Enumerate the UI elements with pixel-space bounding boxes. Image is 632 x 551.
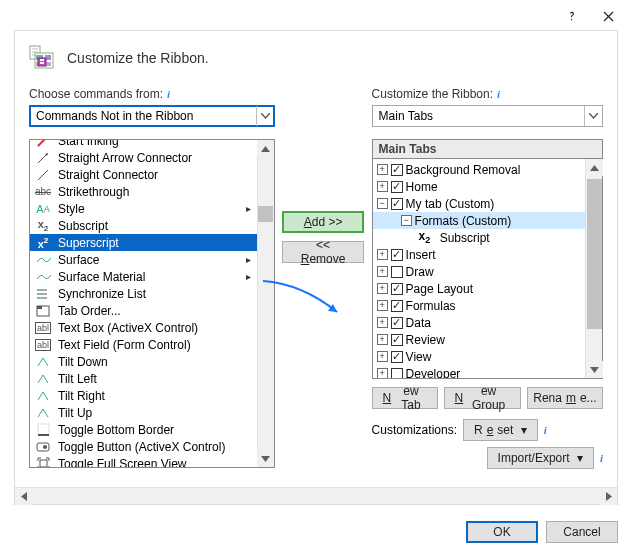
command-label: Start Inking bbox=[58, 140, 257, 148]
command-item[interactable]: Tilt Left bbox=[30, 370, 257, 387]
command-icon bbox=[34, 303, 52, 319]
info-icon[interactable]: i bbox=[167, 88, 170, 100]
command-label: Tilt Left bbox=[58, 372, 257, 386]
dialog-title: Customize the Ribbon. bbox=[67, 50, 209, 66]
svg-rect-12 bbox=[37, 306, 42, 309]
command-item[interactable]: Synchronize List bbox=[30, 285, 257, 302]
ribbon-tree[interactable]: +✓Background Removal +✓Home −✓My tab (Cu… bbox=[372, 158, 603, 379]
horizontal-scrollbar[interactable] bbox=[15, 487, 617, 504]
command-item[interactable]: Straight Arrow Connector bbox=[30, 149, 257, 166]
tree-item-developer[interactable]: +Developer bbox=[373, 365, 585, 378]
customize-ribbon-combo[interactable]: Main Tabs bbox=[372, 105, 603, 127]
tree-item-formulas[interactable]: +✓Formulas bbox=[373, 297, 585, 314]
customizations-label: Customizations: bbox=[372, 423, 457, 437]
command-label: Surface bbox=[58, 253, 240, 267]
import-export-menu-button[interactable]: Import/Export ▾ bbox=[487, 447, 594, 469]
command-label: Text Field (Form Control) bbox=[58, 338, 257, 352]
svg-rect-16 bbox=[40, 460, 47, 467]
command-item[interactable]: Tilt Up bbox=[30, 404, 257, 421]
command-icon bbox=[34, 371, 52, 387]
command-item[interactable]: Tilt Down bbox=[30, 353, 257, 370]
command-item[interactable]: x2Superscript bbox=[30, 234, 257, 251]
command-item[interactable]: Toggle Full Screen View bbox=[30, 455, 257, 467]
command-item[interactable]: Tab Order... bbox=[30, 302, 257, 319]
reset-menu-button[interactable]: Reset ▾ bbox=[463, 419, 538, 441]
scroll-down-icon bbox=[257, 450, 274, 467]
command-item[interactable]: Surface▸ bbox=[30, 251, 257, 268]
command-label: Text Box (ActiveX Control) bbox=[58, 321, 257, 335]
command-icon bbox=[34, 167, 52, 183]
chevron-down-icon bbox=[584, 106, 602, 126]
choose-commands-label: Choose commands from: bbox=[29, 87, 163, 101]
info-icon[interactable]: i bbox=[600, 452, 603, 464]
info-icon[interactable]: i bbox=[497, 88, 500, 100]
remove-button[interactable]: << Remove bbox=[282, 241, 364, 263]
command-icon bbox=[34, 422, 52, 438]
tree-item-data[interactable]: +✓Data bbox=[373, 314, 585, 331]
tree-item-formats[interactable]: −Formats (Custom) bbox=[373, 212, 585, 229]
scrollbar[interactable] bbox=[257, 140, 274, 467]
svg-point-10 bbox=[37, 297, 39, 299]
command-item[interactable]: ablText Field (Form Control) bbox=[30, 336, 257, 353]
scrollbar[interactable] bbox=[585, 159, 602, 378]
command-label: Strikethrough bbox=[58, 185, 257, 199]
ok-button[interactable]: OK bbox=[466, 521, 538, 543]
help-button[interactable] bbox=[554, 4, 590, 28]
command-item[interactable]: x2Subscript bbox=[30, 217, 257, 234]
command-icon bbox=[34, 456, 52, 468]
command-item[interactable]: Toggle Button (ActiveX Control) bbox=[30, 438, 257, 455]
tree-item-review[interactable]: +✓Review bbox=[373, 331, 585, 348]
command-label: Superscript bbox=[58, 236, 257, 250]
tree-item-mytab[interactable]: −✓My tab (Custom) bbox=[373, 195, 585, 212]
tree-item-view[interactable]: +✓View bbox=[373, 348, 585, 365]
tree-item-bg[interactable]: +✓Background Removal bbox=[373, 161, 585, 178]
command-item[interactable]: Surface Material▸ bbox=[30, 268, 257, 285]
commands-list[interactable]: Start InkingStraight Arrow ConnectorStra… bbox=[29, 139, 275, 468]
new-tab-button[interactable]: New Tab bbox=[372, 387, 438, 409]
command-icon: AA bbox=[34, 201, 52, 217]
choose-commands-combo[interactable]: Commands Not in the Ribbon bbox=[29, 105, 275, 127]
command-item[interactable]: abcStrikethrough bbox=[30, 183, 257, 200]
new-group-button[interactable]: New Group bbox=[444, 387, 521, 409]
command-label: Straight Connector bbox=[58, 168, 257, 182]
svg-rect-13 bbox=[38, 424, 49, 435]
svg-rect-7 bbox=[40, 62, 44, 64]
tree-item-pagelayout[interactable]: +✓Page Layout bbox=[373, 280, 585, 297]
command-icon bbox=[34, 140, 52, 149]
command-label: Tilt Right bbox=[58, 389, 257, 403]
command-icon: abl bbox=[34, 337, 52, 353]
command-icon bbox=[34, 252, 52, 268]
command-icon bbox=[34, 354, 52, 370]
info-icon[interactable]: i bbox=[544, 424, 547, 436]
command-item[interactable]: Straight Connector bbox=[30, 166, 257, 183]
command-item[interactable]: AAStyle▸ bbox=[30, 200, 257, 217]
command-icon: abl bbox=[34, 320, 52, 336]
add-button[interactable]: Add >> bbox=[282, 211, 364, 233]
scroll-up-icon bbox=[257, 140, 274, 157]
submenu-arrow-icon: ▸ bbox=[246, 254, 257, 265]
command-label: Subscript bbox=[58, 219, 257, 233]
command-icon bbox=[34, 269, 52, 285]
svg-point-8 bbox=[37, 289, 39, 291]
tree-item-home[interactable]: +✓Home bbox=[373, 178, 585, 195]
rename-button[interactable]: Rename... bbox=[527, 387, 603, 409]
cancel-button[interactable]: Cancel bbox=[546, 521, 618, 543]
submenu-arrow-icon: ▸ bbox=[246, 271, 257, 282]
scroll-thumb[interactable] bbox=[258, 206, 273, 222]
customize-ribbon-label: Customize the Ribbon: bbox=[372, 87, 493, 101]
svg-point-15 bbox=[43, 445, 47, 449]
command-item[interactable]: Start Inking bbox=[30, 140, 257, 149]
svg-point-9 bbox=[37, 293, 39, 295]
tree-item-insert[interactable]: +✓Insert bbox=[373, 246, 585, 263]
scroll-thumb[interactable] bbox=[587, 179, 602, 329]
tree-item-draw[interactable]: +Draw bbox=[373, 263, 585, 280]
command-item[interactable]: Tilt Right bbox=[30, 387, 257, 404]
close-button[interactable] bbox=[590, 4, 626, 28]
command-item[interactable]: ablText Box (ActiveX Control) bbox=[30, 319, 257, 336]
command-item[interactable]: Toggle Bottom Border bbox=[30, 421, 257, 438]
command-label: Style bbox=[58, 202, 240, 216]
combo-value: Main Tabs bbox=[379, 109, 433, 123]
command-icon bbox=[34, 439, 52, 455]
command-label: Synchronize List bbox=[58, 287, 257, 301]
tree-item-subscript[interactable]: x2 Subscript bbox=[373, 229, 585, 246]
